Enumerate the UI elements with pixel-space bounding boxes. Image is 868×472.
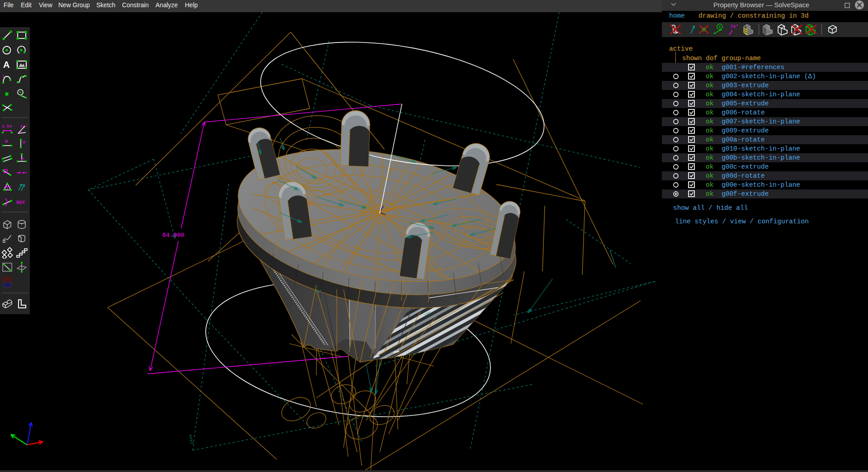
- svg-text:REF: REF: [16, 200, 25, 205]
- svg-text:A: A: [3, 60, 9, 70]
- svg-text:2.54: 2.54: [2, 124, 12, 129]
- svg-text:#xyz: #xyz: [188, 434, 194, 444]
- svg-text:74°: 74°: [730, 24, 738, 29]
- svg-text:H: H: [5, 139, 8, 144]
- svg-text:T: T: [2, 74, 5, 78]
- svg-text:64.000: 64.000: [162, 232, 184, 239]
- svg-text:V: V: [23, 140, 25, 145]
